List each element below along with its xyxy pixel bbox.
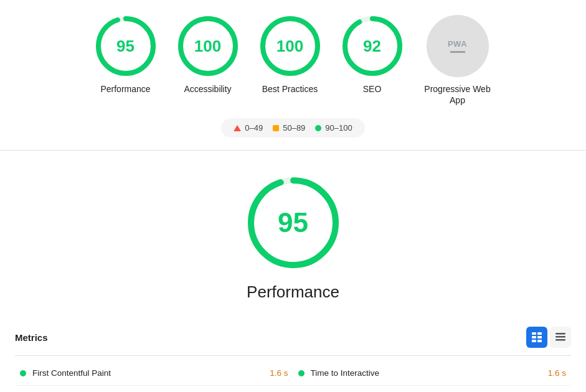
- metrics-header: Metrics: [15, 319, 571, 356]
- metric-dot-fcp: [20, 370, 26, 376]
- legend-item-average: 50–89: [273, 123, 305, 133]
- svg-rect-14: [532, 340, 536, 342]
- pwa-badge: PWA: [448, 39, 467, 49]
- score-circle-seo: 92: [341, 15, 404, 77]
- score-card-seo[interactable]: 92 SEO: [341, 15, 404, 95]
- score-card-accessibility[interactable]: 100 Accessibility: [177, 15, 239, 95]
- legend-item-pass: 90–100: [315, 123, 352, 133]
- score-value-seo: 92: [363, 37, 381, 56]
- score-label-best-practices: Best Practices: [262, 83, 318, 95]
- score-card-performance[interactable]: 95 Performance: [95, 15, 157, 95]
- legend-range-pass: 90–100: [325, 123, 352, 133]
- score-circle-performance: 95: [95, 15, 157, 77]
- svg-rect-15: [537, 340, 542, 342]
- main-score-section: 95 Performance: [0, 153, 586, 319]
- legend-range-fail: 0–49: [245, 123, 263, 133]
- metrics-grid: First Contentful Paint 1.6 s Time to Int…: [15, 361, 571, 392]
- list-view-button[interactable]: [550, 327, 571, 348]
- score-cards: 95 Performance 100 Accessibility: [95, 15, 492, 106]
- top-section: 95 Performance 100 Accessibility: [0, 0, 586, 147]
- pwa-dash: [450, 51, 465, 53]
- score-value-best-practices: 100: [276, 37, 303, 56]
- score-label-performance: Performance: [100, 83, 150, 95]
- main-score-label: Performance: [247, 282, 339, 302]
- main-score-value: 95: [278, 207, 308, 238]
- metric-name-tti: Time to Interactive: [311, 368, 542, 378]
- view-toggles: [526, 327, 571, 348]
- list-view-icon: [555, 332, 566, 343]
- metrics-title: Metrics: [15, 332, 48, 343]
- metric-value-fcp: 1.6 s: [270, 368, 288, 378]
- metric-row-tbt: Total Blocking Time 0 ms: [293, 386, 572, 392]
- score-value-performance: 95: [116, 37, 135, 56]
- svg-rect-10: [532, 332, 536, 335]
- legend-item-fail: 0–49: [234, 123, 263, 133]
- score-label-accessibility: Accessibility: [184, 83, 231, 95]
- svg-rect-11: [537, 332, 542, 335]
- metric-row-fcp: First Contentful Paint 1.6 s: [15, 361, 293, 386]
- score-label-pwa: Progressive Web App: [423, 83, 492, 106]
- svg-rect-12: [532, 336, 536, 338]
- legend: 0–49 50–89 90–100: [221, 118, 364, 138]
- svg-rect-18: [555, 339, 565, 341]
- metric-row-si: Speed Index 1.6 s: [15, 386, 293, 392]
- metric-row-tti: Time to Interactive 1.6 s: [293, 361, 572, 386]
- metrics-section: Metrics: [0, 319, 586, 392]
- score-card-pwa[interactable]: PWA Progressive Web App: [423, 15, 492, 106]
- grid-view-button[interactable]: [526, 327, 547, 348]
- pwa-circle: PWA: [427, 15, 489, 77]
- fail-icon: [234, 125, 241, 131]
- legend-range-average: 50–89: [283, 123, 305, 133]
- score-value-accessibility: 100: [194, 37, 221, 56]
- score-label-seo: SEO: [363, 83, 382, 95]
- section-divider: [0, 150, 586, 151]
- metric-value-tti: 1.6 s: [548, 368, 566, 378]
- main-score-circle: 95: [243, 173, 343, 273]
- metric-name-fcp: First Contentful Paint: [32, 368, 263, 378]
- score-circle-best-practices: 100: [259, 15, 321, 77]
- score-card-best-practices[interactable]: 100 Best Practices: [259, 15, 321, 95]
- metric-dot-tti: [298, 370, 305, 376]
- pass-icon: [315, 125, 321, 131]
- score-circle-accessibility: 100: [177, 15, 239, 77]
- average-icon: [273, 125, 279, 131]
- grid-view-icon: [531, 332, 542, 343]
- svg-rect-16: [555, 333, 565, 335]
- svg-rect-17: [555, 336, 565, 338]
- svg-rect-13: [537, 336, 542, 338]
